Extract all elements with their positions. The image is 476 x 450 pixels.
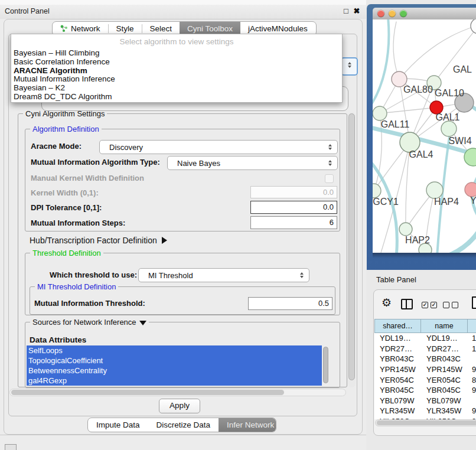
which-threshold-label: Which threshold to use: [50,270,137,279]
gear-icon[interactable]: ⚙ [382,297,392,308]
table-cell[interactable]: YDR27… [421,344,468,353]
attribute-item[interactable]: gal4RGexp [27,376,322,386]
table-row[interactable]: YPR145WYPR145W9. [374,364,476,375]
table-cell[interactable]: 9. [468,365,476,374]
table-cell[interactable]: YDR27… [374,344,421,353]
column-header-name[interactable]: name [421,319,468,333]
network-edge-thick[interactable] [442,225,476,253]
right-zone: GALGAL80GAL10GAL1GAL11SWI4GAL4GCY1HAP4YH… [366,0,476,450]
table-cell[interactable]: YLR345W [421,406,468,415]
aracne-mode-label: Aracne Mode: [31,142,81,151]
network-window-titlebar[interactable] [373,8,476,20]
document-icon[interactable] [472,296,476,309]
table-row[interactable]: YER054CYER054C8. [374,374,476,385]
node-label: GAL [453,64,472,74]
table-horizontal-scrollbar[interactable] [375,419,476,426]
tab-discretize-data[interactable]: Discretize Data [148,418,219,432]
maximize-traffic-light[interactable] [400,10,407,17]
network-node-y[interactable] [465,182,476,197]
network-edge[interactable] [393,22,399,79]
network-node-swi4[interactable] [441,121,457,136]
which-threshold-combo[interactable]: MI Threshold [138,268,309,282]
table-cell[interactable]: 8. [468,376,476,384]
network-node-hap2[interactable] [399,223,412,236]
node-label: GAL4 [409,149,433,159]
table-row[interactable]: YBL079WYBL079W [374,396,476,406]
tab-impute-data[interactable]: Impute Data [88,418,148,432]
table-row[interactable]: YBR043CYBR043C [374,354,476,364]
table-cell[interactable]: YBL079W [374,396,421,405]
table-cell[interactable]: YER054C [421,376,468,384]
network-node-gcy1[interactable] [373,184,381,198]
column-header-partial[interactable]: A [468,319,476,333]
algorithm-option[interactable]: Basic Correlation Inference [11,58,342,67]
checked-pair-icon[interactable]: ✓✓ [422,302,437,308]
columns-icon[interactable] [401,299,413,309]
network-node-gal11[interactable] [373,106,387,120]
table-row[interactable]: YBR045CYBR045C9. [374,385,476,396]
attribute-item[interactable]: BetweennessCentrality [27,366,322,376]
algorithm-option[interactable]: Mutual Information Inference [11,75,342,84]
table-cell[interactable]: YBR045C [421,386,468,394]
table-header: shared… name A [374,319,476,333]
table-cell[interactable]: 9. [468,386,476,394]
table-cell[interactable]: 13 [468,334,476,343]
network-node[interactable] [471,19,476,34]
network-view-window: GALGAL80GAL10GAL1GAL11SWI4GAL4GCY1HAP4YH… [367,4,476,270]
resize-grip[interactable] [5,444,17,450]
algorithm-option[interactable]: Bayesian – K2 [11,84,342,93]
hub-definition-expander[interactable]: Hub/Transcription Factor Definition [30,236,167,245]
group-title: Algorithm Definition [30,125,102,133]
mi-steps-field[interactable]: 6 [250,216,337,229]
close-traffic-light[interactable] [377,10,384,17]
table-cell[interactable]: 9. [468,406,476,415]
table-cell[interactable]: YBR043C [374,354,421,363]
table-row[interactable]: YLR345WYLR345W9. [374,406,476,416]
close-icon[interactable]: ✖ [352,6,361,16]
table-cell[interactable]: YER054C [374,376,421,384]
mi-threshold-field[interactable]: 0.5 [248,297,332,310]
aracne-mode-combo[interactable]: Discovery [99,140,338,154]
attribute-list-scrollbar[interactable] [322,345,329,387]
dpi-tolerance-field[interactable]: 0.0 [250,201,337,214]
table-cell[interactable]: YDL19… [374,334,421,343]
network-canvas[interactable]: GALGAL80GAL10GAL1GAL11SWI4GAL4GCY1HAP4YH… [373,19,476,253]
table-cell[interactable]: YDL19… [421,334,468,343]
table-row[interactable]: YDR27…YDR27…12 [374,344,476,354]
node-table: shared… name A YDL19…YDL19…13YDR27…YDR27… [374,319,476,419]
node-label: GAL10 [435,88,464,98]
node-label: GAL11 [381,119,410,129]
algorithm-option-selected[interactable]: ARACNE Algorithm [11,67,342,76]
mi-algorithm-type-combo[interactable]: Naive Bayes [167,156,338,170]
table-row[interactable]: YDL19…YDL19…13 [374,333,476,344]
column-header-shared[interactable]: shared… [374,319,421,333]
network-edge-thick[interactable] [373,19,389,109]
settings-horizontal-scrollbar[interactable] [9,389,346,396]
algorithm-option[interactable]: Dream8 DC_TDC Algorithm [11,93,342,102]
unchecked-pair-icon[interactable] [443,302,458,308]
settings-vertical-scrollbar[interactable] [348,112,356,387]
table-cell[interactable]: YBL079W [421,396,468,405]
network-node-hap4[interactable] [426,182,443,198]
apply-button[interactable]: Apply [159,399,200,413]
node-label: GAL1 [436,112,460,122]
algorithm-option[interactable]: Bayesian – Hill Climbing [11,49,342,58]
control-panel-title: Control Panel [5,7,50,15]
float-window-icon[interactable]: □ [341,6,351,16]
node-label: GCY1 [373,197,399,207]
table-cell[interactable]: YLR345W [374,406,421,415]
sources-collapse-header[interactable]: Sources for Network Inference [30,318,149,327]
table-cell[interactable]: YBR043C [421,354,468,363]
attribute-item[interactable]: SelfLoops [27,345,322,356]
table-cell[interactable]: YPR145W [374,365,421,374]
minimize-traffic-light[interactable] [389,10,396,17]
table-cell[interactable]: YPR145W [421,365,468,374]
kernel-width-field[interactable]: 0.0 [250,186,337,198]
table-cell[interactable]: 12 [468,344,476,353]
tab-infer-network[interactable]: Infer Network [219,418,276,432]
node-label: Y [470,195,476,206]
attribute-item[interactable]: TopologicalCoefficient [27,356,322,366]
manual-kernel-width-checkbox[interactable] [325,174,334,183]
table-cell[interactable]: YBR045C [374,386,421,394]
inference-algorithm-combo-fragment[interactable] [341,57,358,76]
